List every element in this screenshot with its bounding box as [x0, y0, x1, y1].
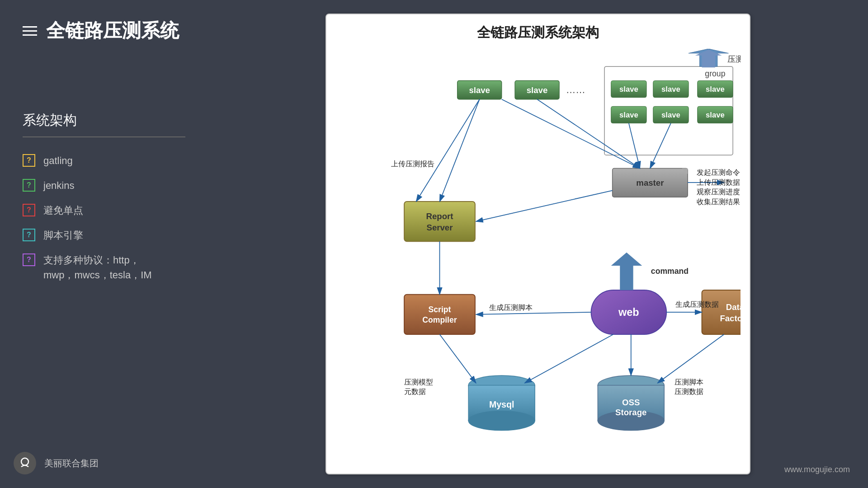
company-logo	[14, 452, 36, 474]
oss-label: OSS	[622, 398, 640, 407]
slave5-label: slave	[661, 85, 680, 94]
report-server-label: Report	[426, 211, 453, 221]
legend-item-script-engine: ? 脚本引擎	[23, 228, 185, 243]
mysql-label: Mysql	[489, 399, 514, 409]
main-title: 全链路压测系统	[46, 18, 179, 43]
logo-icon	[18, 456, 32, 470]
svg-line-34	[476, 191, 613, 222]
svg-line-41	[658, 334, 724, 383]
pressure-request-label: 压测请求	[727, 55, 741, 64]
legend-item-jenkins: ? jenkins	[23, 178, 185, 193]
slave1-label: slave	[469, 85, 490, 95]
command-label: command	[651, 267, 689, 276]
upload-report-label: 上传压测报告	[391, 160, 434, 168]
svg-point-0	[21, 458, 28, 465]
diagram-title: 全链路压测系统架构	[335, 23, 741, 42]
right-panel: 全链路压测系统架构	[208, 0, 868, 488]
architecture-diagram: group slave slave slave slave slave slav…	[335, 49, 741, 465]
svg-rect-20	[702, 290, 741, 334]
bottom-bar: 美丽联合集团	[14, 452, 194, 474]
model-meta-label: 压测模型	[404, 378, 433, 386]
report-server-label2: Server	[427, 223, 453, 232]
master-label: master	[636, 178, 664, 188]
group-label: group	[705, 69, 725, 78]
slave6-label: slave	[706, 85, 725, 94]
slave9-label: slave	[706, 111, 725, 119]
slave7-label: slave	[619, 111, 638, 119]
dots-label: ……	[566, 84, 585, 95]
initiate-cmd-label: 发起压测命令	[697, 169, 740, 176]
slave8-label: slave	[661, 111, 680, 119]
diagram-container: 全链路压测系统架构	[326, 14, 750, 474]
svg-marker-27	[611, 253, 642, 290]
gen-script-label: 生成压测脚本	[489, 304, 533, 311]
slave2-label: slave	[527, 85, 548, 95]
script-compiler-label: Script	[429, 305, 451, 314]
svg-rect-17	[404, 202, 475, 241]
test-script-label: 压测脚本	[675, 378, 703, 386]
legend-list: ? gatling ? jenkins ? 避免单点 ? 脚本引擎 ? 支持多种…	[23, 153, 185, 282]
data-factory-label: Data	[726, 302, 741, 312]
legend-item-protocols: ? 支持多种协议：http，mwp，mwcs，tesla，IM	[23, 253, 185, 282]
upload-data-label: 上传压测数据	[697, 178, 740, 186]
script-compiler-label2: Compiler	[422, 315, 457, 324]
no-single-point-label: 避免单点	[43, 203, 83, 218]
gatling-icon: ?	[23, 154, 35, 167]
svg-line-32	[650, 123, 671, 169]
jenkins-label: jenkins	[43, 178, 74, 193]
protocols-label: 支持多种协议：http，mwp，mwcs，tesla，IM	[43, 253, 152, 282]
svg-line-36	[476, 312, 591, 314]
svg-rect-18	[404, 295, 475, 334]
jenkins-icon: ?	[23, 179, 35, 192]
left-panel: 全链路压测系统 系统架构 ? gatling ? jenkins ? 避免单点 …	[0, 0, 208, 488]
svg-point-23	[468, 411, 535, 430]
slave4-label: slave	[619, 85, 638, 94]
test-data-label: 压测数据	[675, 388, 703, 395]
gen-data-label: 生成压测数据	[675, 300, 719, 308]
website-url: www.mogujie.com	[784, 465, 850, 474]
protocols-icon: ?	[23, 253, 35, 266]
svg-line-28	[439, 99, 479, 202]
script-engine-label: 脚本引擎	[43, 228, 83, 243]
menu-header: 全链路压测系统	[23, 18, 185, 43]
data-factory-label2: Factory	[720, 314, 741, 323]
hamburger-icon[interactable]	[23, 26, 37, 36]
svg-line-38	[525, 334, 613, 383]
svg-line-40	[439, 334, 476, 383]
script-engine-icon: ?	[23, 229, 35, 241]
web-label: web	[618, 306, 639, 318]
svg-line-42	[416, 99, 480, 202]
gatling-label: gatling	[43, 153, 73, 168]
model-meta-label2: 元数据	[404, 388, 426, 395]
section-divider	[23, 136, 185, 137]
observe-label: 观察压测进度	[697, 188, 740, 196]
company-name: 美丽联合集团	[44, 457, 99, 469]
legend-item-gatling: ? gatling	[23, 153, 185, 168]
collect-label: 收集压测结果	[697, 198, 740, 206]
section-title: 系统架构	[23, 111, 185, 130]
no-single-point-icon: ?	[23, 204, 35, 216]
storage-label: Storage	[615, 408, 646, 417]
legend-item-no-single-point: ? 避免单点	[23, 203, 185, 218]
